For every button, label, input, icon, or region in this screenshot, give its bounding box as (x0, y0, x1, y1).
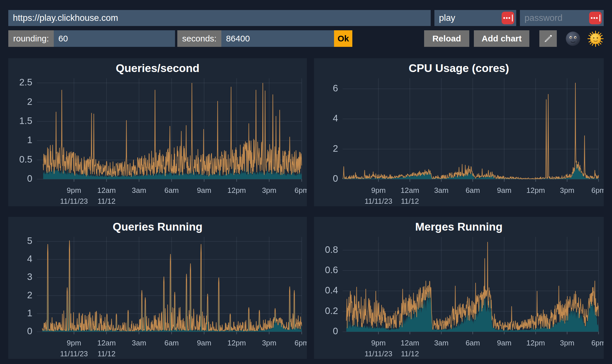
url-input[interactable] (8, 10, 431, 26)
chart-card-queries-running: Queries Running (8, 217, 307, 359)
charts-grid: Queries/second CPU Usage (cores) Queries… (8, 58, 604, 359)
chart-canvas-cpu-usage[interactable] (314, 76, 604, 206)
password-field (520, 10, 604, 26)
dark-theme-button[interactable] (565, 30, 581, 47)
chart-card-queries-per-second: Queries/second (8, 58, 307, 206)
password-manager-icon[interactable] (589, 12, 602, 24)
chart-card-cpu-usage: CPU Usage (cores) (314, 58, 604, 206)
chart-title: Queries/second (8, 58, 307, 76)
sun-face-icon (587, 31, 604, 47)
rounding-input[interactable] (54, 30, 175, 47)
moon-face-icon (565, 31, 581, 47)
chart-title: CPU Usage (cores) (314, 58, 604, 76)
chart-canvas-queries-running[interactable] (8, 235, 307, 359)
chart-canvas-merges-running[interactable] (314, 235, 604, 359)
password-manager-icon[interactable] (502, 12, 514, 24)
light-theme-button[interactable] (587, 30, 604, 47)
seconds-label: seconds: (177, 30, 221, 47)
connection-row (8, 10, 604, 26)
controls-row: rounding: seconds: Ok Reload Add chart (8, 30, 604, 47)
chart-card-merges-running: Merges Running (314, 217, 604, 359)
chart-title: Queries Running (8, 217, 307, 235)
chart-title: Merges Running (314, 217, 604, 235)
seconds-input[interactable] (221, 30, 334, 47)
rounding-label: rounding: (8, 30, 54, 47)
rounding-group: rounding: (8, 30, 175, 47)
user-field (434, 10, 516, 26)
edit-queries-button[interactable] (539, 30, 557, 47)
ok-button[interactable]: Ok (334, 30, 352, 47)
pencil-icon (543, 33, 554, 44)
url-field (8, 10, 431, 26)
chart-canvas-queries-per-second[interactable] (8, 76, 307, 206)
seconds-group: seconds: (177, 30, 334, 47)
add-chart-button[interactable]: Add chart (474, 30, 529, 47)
reload-button[interactable]: Reload (424, 30, 469, 47)
dashboard-page: rounding: seconds: Ok Reload Add chart (0, 0, 612, 364)
